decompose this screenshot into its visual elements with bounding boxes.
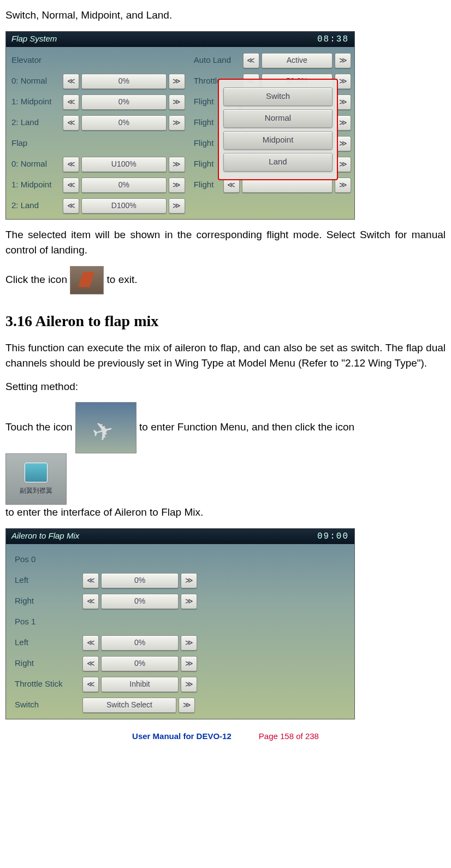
value-box: D100%: [81, 198, 167, 214]
row-label: 0: Normal: [9, 158, 61, 170]
decrement-button[interactable]: ≪: [63, 178, 79, 193]
section-para: This function can execute the mix of ail…: [5, 340, 446, 371]
decrement-button[interactable]: ≪: [82, 656, 99, 671]
flight-mode-popup: Switch Normal Midpoint Land: [218, 79, 338, 180]
row-label: Switch: [13, 699, 80, 711]
popup-option-switch[interactable]: Switch: [223, 87, 333, 106]
flap-system-screenshot: Flap System 08:38 Elevator 0: Normal ≪ 0…: [5, 31, 355, 220]
section-heading: 3.16 Aileron to flap mix: [5, 310, 446, 333]
value-box: Active: [262, 53, 333, 68]
footer-title: User Manual for DEVO-12: [132, 731, 232, 741]
paragraph: The selected item will be shown in the c…: [5, 227, 446, 258]
increment-button[interactable]: ≫: [181, 677, 197, 692]
increment-button[interactable]: ≫: [181, 573, 197, 588]
decrement-button[interactable]: ≪: [82, 677, 99, 692]
row-label: Flight: [192, 179, 221, 191]
intro-fragment: Switch, Normal, Midpoint, and Land.: [5, 8, 446, 23]
value-box: 0%: [101, 573, 179, 588]
text-mid: to enter Function Menu, and then click t…: [139, 421, 354, 433]
value-box: 0%: [81, 178, 167, 193]
elevator-header: Elevator: [9, 54, 185, 67]
decrement-button[interactable]: ≪: [82, 635, 99, 651]
text-before: Touch the icon: [5, 421, 75, 433]
value-box: 0%: [81, 115, 167, 131]
decrement-button[interactable]: ≪: [82, 594, 99, 609]
footer-page: Page 158 of 238: [259, 731, 319, 741]
value-box: 0%: [81, 95, 167, 110]
row-label: Right: [13, 657, 80, 670]
increment-button[interactable]: ≫: [169, 157, 185, 172]
text-before: Click the icon: [5, 274, 70, 285]
row-label: Throttle Stick: [13, 678, 80, 690]
row-label: 0: Normal: [9, 75, 61, 87]
increment-button[interactable]: ≫: [181, 656, 197, 671]
row-label: 1: Midpoint: [9, 179, 61, 191]
row-label: Flight: [192, 96, 221, 108]
row-label: Flight: [192, 116, 221, 129]
increment-button[interactable]: ≫: [169, 178, 185, 193]
increment-button[interactable]: ≫: [181, 635, 197, 651]
popup-option-midpoint[interactable]: Midpoint: [223, 131, 333, 150]
status-bar: Flap System 08:38: [6, 32, 354, 47]
group-header: Pos 1: [13, 616, 348, 628]
text-after: to exit.: [107, 274, 138, 285]
popup-option-land[interactable]: Land: [223, 153, 333, 172]
value-box: 0%: [101, 656, 179, 671]
decrement-button[interactable]: ≪: [243, 53, 259, 68]
decrement-button[interactable]: ≪: [63, 74, 79, 89]
flap-header: Flap: [9, 137, 185, 150]
increment-button[interactable]: ≫: [169, 198, 185, 214]
clock: 08:38: [317, 33, 349, 46]
aileron-flap-screenshot: Aileron to Flap Mix 09:00 Pos 0 Left ≪ 0…: [5, 528, 355, 719]
increment-button[interactable]: ≫: [179, 698, 195, 713]
aileron-to-flap-icon[interactable]: 副翼到襟翼: [5, 453, 67, 505]
row-label: Auto Land: [192, 54, 241, 67]
increment-button[interactable]: ≫: [169, 74, 185, 89]
decrement-button[interactable]: ≪: [63, 157, 79, 172]
increment-button[interactable]: ≫: [169, 115, 185, 131]
row-label: Flight: [192, 158, 221, 170]
row-label: 1: Midpoint: [9, 96, 61, 108]
value-box: Inhibit: [101, 677, 179, 692]
value-box: U100%: [81, 157, 167, 172]
clock: 09:00: [317, 530, 349, 543]
row-label: Flight: [192, 137, 221, 150]
decrement-button[interactable]: ≪: [63, 95, 79, 110]
text-after: to enter the interface of Aileron to Fla…: [5, 506, 203, 518]
icon-caption: 副翼到襟翼: [20, 486, 52, 495]
decrement-button[interactable]: ≪: [63, 115, 79, 131]
icon-glyph: [25, 463, 48, 482]
screen-title: Flap System: [11, 33, 57, 45]
row-label: 2: Land: [9, 199, 61, 212]
increment-button[interactable]: ≫: [169, 95, 185, 110]
decrement-button[interactable]: ≪: [82, 573, 99, 588]
function-menu-icon[interactable]: [75, 402, 137, 453]
decrement-button[interactable]: ≪: [63, 198, 79, 214]
value-box: 0%: [101, 635, 179, 651]
increment-button[interactable]: ≫: [181, 594, 197, 609]
setting-method-label: Setting method:: [5, 379, 446, 395]
page-footer: User Manual for DEVO-12 Page 158 of 238: [5, 730, 446, 743]
value-box: 0%: [81, 74, 167, 89]
value-box: 0%: [101, 594, 179, 609]
row-label: Left: [13, 574, 80, 587]
click-icon-para: Click the icon to exit.: [5, 266, 446, 294]
row-label: 2: Land: [9, 116, 61, 129]
row-label: Right: [13, 595, 80, 607]
row-label: Left: [13, 636, 80, 649]
status-bar: Aileron to Flap Mix 09:00: [6, 529, 354, 544]
screen-title: Aileron to Flap Mix: [11, 530, 79, 542]
value-box[interactable]: Switch Select: [82, 698, 176, 713]
increment-button[interactable]: ≫: [335, 53, 351, 68]
exit-icon[interactable]: [70, 266, 104, 294]
group-header: Pos 0: [13, 553, 348, 566]
popup-option-normal[interactable]: Normal: [223, 109, 333, 128]
touch-icon-para: Touch the icon to enter Function Menu, a…: [5, 402, 446, 521]
